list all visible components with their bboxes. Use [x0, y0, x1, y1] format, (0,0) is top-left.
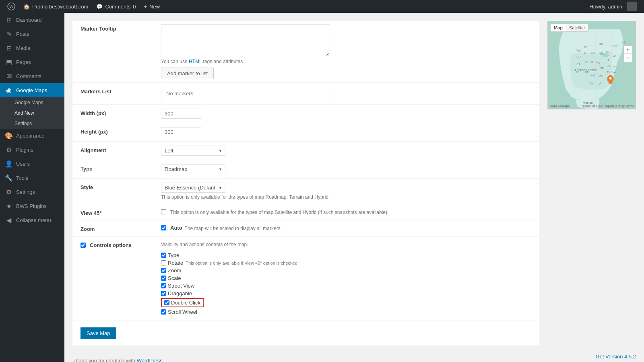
sidebar-item-collapse[interactable]: ◀ Collapse menu — [0, 213, 64, 227]
top-section: Marker Tooltip You can use HTML tags and… — [72, 21, 636, 346]
svg-text:WA: WA — [576, 49, 581, 52]
svg-text:VA: VA — [613, 71, 616, 74]
view45-checkbox[interactable] — [161, 209, 166, 214]
control-scroll-wheel-label[interactable]: Scroll Wheel — [168, 309, 197, 315]
sidebar-item-dashboard[interactable]: ⊞ Dashboard — [0, 13, 64, 27]
width-input[interactable]: 300 — [161, 109, 201, 119]
comments-menu-icon: ✉ — [5, 72, 13, 80]
appearance-icon: 🎨 — [5, 132, 13, 140]
no-markers-text: No markers — [166, 90, 193, 97]
svg-text:ID: ID — [584, 51, 586, 54]
map-tab-satellite[interactable]: Satellite — [566, 24, 588, 31]
zoom-auto-checkbox[interactable] — [161, 225, 166, 230]
sidebar-item-media[interactable]: ⊟ Media — [0, 41, 64, 55]
sidebar-sub-google-maps[interactable]: Google Maps — [0, 97, 64, 108]
controls-options-checkbox[interactable] — [80, 243, 86, 248]
form-section: Marker Tooltip You can use HTML tags and… — [72, 21, 539, 346]
thank-you-text: Thank you for creating with WordPress. — [72, 358, 164, 362]
tools-icon: 🔧 — [5, 174, 13, 182]
width-label: Width (px) — [80, 109, 161, 116]
control-type-row: Type — [161, 252, 531, 258]
sidebar-item-posts[interactable]: ✎ Posts — [0, 27, 64, 41]
sidebar-item-appearance[interactable]: 🎨 Appearance — [0, 129, 64, 143]
control-street-view-label[interactable]: Street View — [168, 283, 194, 289]
map-tab-map[interactable]: Map — [551, 24, 566, 31]
control-double-click-row: Double Click — [161, 298, 204, 307]
no-markers-box: No markers — [161, 87, 330, 100]
map-zoom-out[interactable]: − — [624, 54, 632, 62]
svg-text:AB: AB — [584, 46, 588, 49]
sidebar-item-comments[interactable]: ✉ Comments — [0, 69, 64, 83]
control-double-click-checkbox[interactable] — [164, 300, 169, 305]
control-type-label[interactable]: Type — [168, 252, 179, 258]
height-input[interactable]: 300 — [161, 127, 201, 137]
control-zoom-checkbox[interactable] — [161, 268, 166, 273]
svg-text:CA: CA — [576, 63, 580, 66]
style-select[interactable]: Blue Essence (Default) Silver Retro Dark… — [161, 183, 225, 193]
wp-logo-item[interactable]: W — [3, 0, 19, 13]
controls-checkboxes: Type Rotate This option is only availabl… — [161, 252, 531, 315]
plus-icon: + — [144, 4, 147, 10]
get-version-link[interactable]: Get Version 4.5.2 — [596, 354, 636, 360]
sidebar-item-settings[interactable]: ⚙ Settings — [0, 185, 64, 199]
markers-list-field: No markers — [161, 87, 531, 100]
control-scale-checkbox[interactable] — [161, 276, 166, 281]
svg-text:OR: OR — [576, 56, 580, 58]
sidebar-item-tools[interactable]: 🔧 Tools — [0, 171, 64, 185]
svg-text:W: W — [9, 4, 14, 9]
comments-item[interactable]: 💬 Comments 0 — [92, 0, 140, 13]
add-marker-button[interactable]: Add marker to list — [161, 68, 214, 79]
type-label: Type — [80, 164, 161, 172]
sidebar-item-pages[interactable]: ⬒ Pages — [0, 55, 64, 69]
sidebar-sub-settings[interactable]: Settings — [0, 118, 64, 129]
sidebar-label-plugins: Plugins — [16, 147, 33, 153]
control-street-view-checkbox[interactable] — [161, 283, 166, 288]
sidebar-item-plugins[interactable]: ⚙ Plugins — [0, 143, 64, 157]
control-double-click-label[interactable]: Double Click — [171, 300, 200, 306]
sidebar-sub-add-new[interactable]: Add New — [0, 108, 64, 118]
control-scale-label[interactable]: Scale — [168, 275, 181, 281]
posts-icon: ✎ — [5, 30, 13, 38]
controls-options-field: Visibility and actions controls of the m… — [161, 241, 531, 317]
map-tos: Terms of Use Report a map error — [581, 104, 634, 108]
plugins-icon: ⚙ — [5, 146, 13, 154]
sidebar-item-users[interactable]: 👤 Users — [0, 157, 64, 171]
height-field: 300 — [161, 127, 531, 137]
alignment-row: Alignment Left Center Right — [72, 142, 539, 160]
html-link[interactable]: HTML — [189, 59, 202, 64]
svg-text:MN: MN — [606, 51, 611, 53]
svg-text:AR: AR — [591, 74, 595, 77]
control-scroll-wheel-checkbox[interactable] — [161, 309, 166, 315]
page-footer: Thank you for creating with WordPress. G… — [72, 346, 636, 362]
control-type-checkbox[interactable] — [161, 253, 166, 258]
howdy-item[interactable]: Howdy, admin — [586, 0, 641, 13]
sidebar-label-media: Media — [16, 45, 30, 51]
sidebar-label-settings: Settings — [16, 189, 35, 195]
map-zoom-in[interactable]: + — [624, 46, 632, 54]
site-name-item[interactable]: 🏠 Promo bestwebsoft.com — [19, 0, 92, 13]
wordpress-link[interactable]: WordPress. — [137, 358, 164, 362]
users-icon: 👤 — [5, 160, 13, 168]
zoom-auto-label: Auto — [170, 225, 182, 231]
control-rotate-checkbox[interactable] — [161, 260, 166, 265]
save-map-button[interactable]: Save Map — [80, 327, 116, 339]
control-draggable-checkbox[interactable] — [161, 291, 166, 296]
svg-text:UT: UT — [590, 61, 594, 64]
type-select[interactable]: Roadmap Satellite Terrain Hybrid — [161, 164, 225, 174]
marker-tooltip-input[interactable] — [161, 24, 330, 56]
control-rotate-note: This option is only available if View 45… — [186, 261, 297, 265]
sidebar-item-google-maps[interactable]: ◉ Google Maps — [0, 83, 64, 97]
new-item[interactable]: + New — [140, 0, 164, 13]
control-rotate-label[interactable]: Rotate — [168, 260, 183, 266]
controls-options-label: Controls options — [80, 241, 161, 248]
admin-bar: W 🏠 Promo bestwebsoft.com 💬 Comments 0 +… — [0, 0, 644, 13]
alignment-select-wrap: Left Center Right — [161, 146, 225, 156]
tos-text: Terms of Use Report a map error — [581, 104, 634, 108]
view45-row: View 45° This option is only available f… — [72, 204, 539, 220]
sidebar-label-posts: Posts — [16, 31, 29, 37]
svg-text:QB: QB — [621, 41, 625, 44]
alignment-select[interactable]: Left Center Right — [161, 146, 225, 156]
control-draggable-label[interactable]: Draggable — [168, 290, 192, 296]
sidebar-item-bws-plugins[interactable]: ★ BWS Plugins — [0, 199, 64, 213]
control-zoom-label[interactable]: Zoom — [168, 267, 181, 274]
